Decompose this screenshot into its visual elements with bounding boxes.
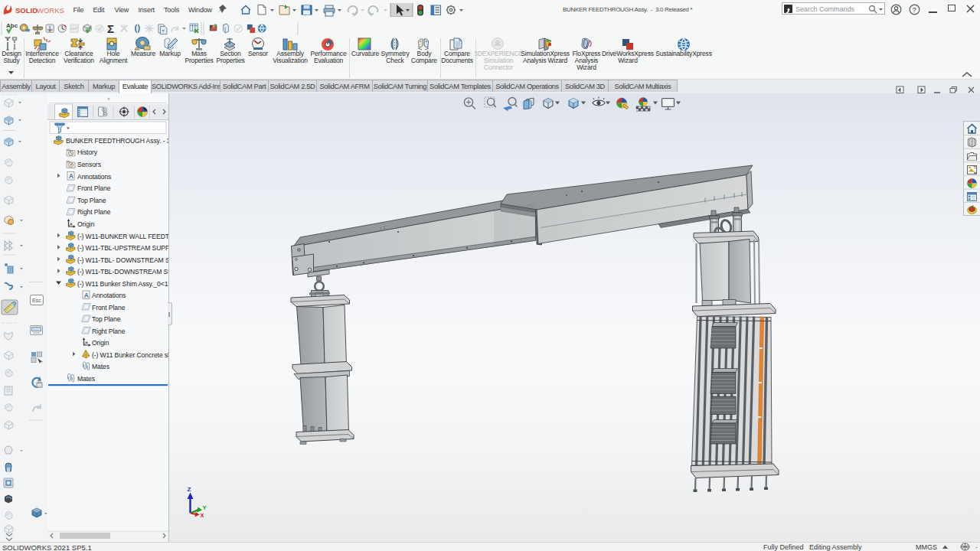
svg-text:Annotations: Annotations [77, 173, 111, 181]
svg-text:(-) W11-BUNKER WALL FEEDTHR(: (-) W11-BUNKER WALL FEEDTHR( [77, 233, 168, 240]
svg-text:Front Plane: Front Plane [92, 304, 126, 311]
svg-text:(-) W11 Bunker Concrete shim: (-) W11 Bunker Concrete shim [92, 351, 168, 359]
svg-text:(-) W11-TBL- DOWNSTREAM SUP: (-) W11-TBL- DOWNSTREAM SUP [77, 256, 168, 264]
svg-text:Top Plane: Top Plane [92, 315, 121, 323]
svg-text:Sensors: Sensors [77, 161, 101, 168]
svg-text:(-) W11-TBL-UPSTREAM SUPPORT: (-) W11-TBL-UPSTREAM SUPPORT [77, 244, 168, 252]
svg-text:Front Plane: Front Plane [77, 184, 111, 192]
svg-text:Esc: Esc [32, 298, 41, 303]
svg-text:BUNKER FEEDTHROUGH Assy. -: BUNKER FEEDTHROUGH Assy. - 3.0 R [66, 137, 168, 145]
svg-text:Abc: Abc [6, 22, 18, 29]
svg-text:?: ? [913, 5, 916, 14]
svg-text:SOLID: SOLID [15, 6, 38, 15]
svg-text:Mates: Mates [77, 375, 95, 383]
svg-text:Σ: Σ [107, 22, 114, 35]
svg-text:Top Plane: Top Plane [77, 197, 106, 204]
svg-text:Origin: Origin [92, 339, 109, 347]
svg-text:Right Plane: Right Plane [92, 328, 126, 335]
svg-text:(-) W11-TBL-DOWNSTREAM SUPF: (-) W11-TBL-DOWNSTREAM SUPF [77, 268, 168, 276]
svg-text:WORKS: WORKS [37, 6, 64, 15]
svg-text:Mates: Mates [92, 363, 109, 370]
svg-text:Origin: Origin [77, 220, 95, 228]
svg-text:History: History [77, 148, 98, 156]
svg-text:Annotations: Annotations [92, 292, 126, 299]
svg-text:Right Plane: Right Plane [77, 208, 111, 216]
svg-text:(-) W11 Bunker Shim Assy._0<1>: (-) W11 Bunker Shim Assy._0<1> ( [77, 280, 168, 288]
